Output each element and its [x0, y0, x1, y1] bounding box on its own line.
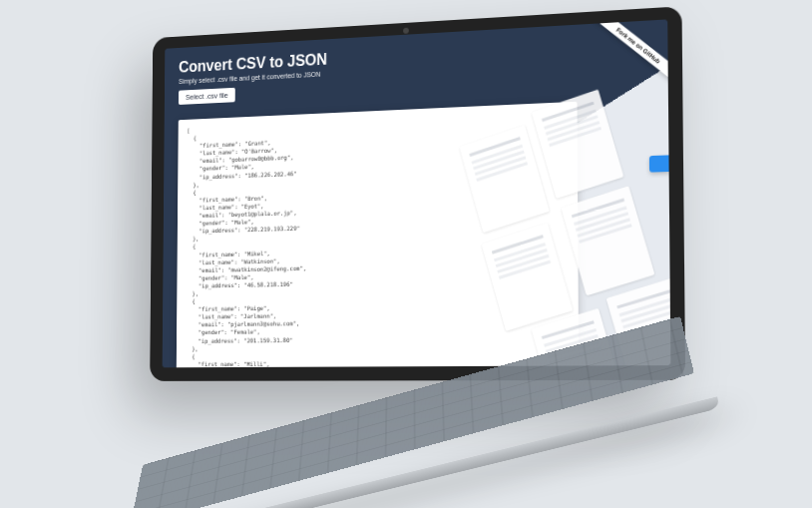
- screen-bezel: Fork me on GitHub Convert CSV to JSON Si…: [150, 6, 685, 381]
- laptop: Fork me on GitHub Convert CSV to JSON Si…: [127, 21, 685, 488]
- side-chip-icon: [649, 155, 670, 172]
- select-csv-button[interactable]: Select .csv file: [179, 87, 235, 104]
- screen: Fork me on GitHub Convert CSV to JSON Si…: [163, 19, 671, 367]
- webcam-dot: [403, 27, 409, 33]
- json-output-card: [ { "first_name": "Grant", "last_name": …: [176, 101, 579, 367]
- header: Convert CSV to JSON Simply select .csv f…: [165, 19, 668, 111]
